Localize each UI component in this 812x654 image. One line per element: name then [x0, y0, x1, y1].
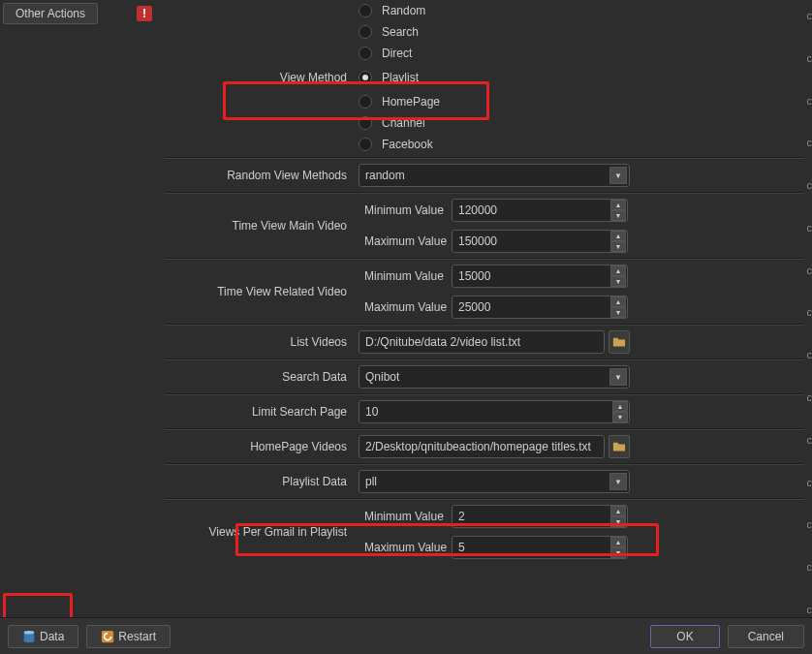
search-data-combo[interactable]: Qnibot ▼	[359, 365, 630, 389]
radio-search[interactable]: Search	[359, 21, 804, 43]
stepper-up-icon[interactable]: ▲	[610, 265, 626, 276]
svg-point-1	[24, 630, 35, 634]
min-label: Minimum Value	[359, 269, 452, 283]
radio-label: Random	[382, 4, 425, 17]
stepper-up-icon[interactable]: ▲	[610, 296, 626, 307]
view-method-label: View Method	[165, 71, 359, 84]
radio-facebook[interactable]: Facebook	[359, 134, 804, 155]
browse-button[interactable]	[609, 330, 630, 354]
stepper-up-icon[interactable]: ▲	[610, 231, 626, 241]
max-label: Maximum Value	[359, 234, 452, 248]
stepper-up-icon[interactable]: ▲	[610, 200, 626, 210]
views-gmail-max-input[interactable]: 5 ▲▼	[452, 536, 628, 559]
stepper-up-icon[interactable]: ▲	[610, 506, 626, 516]
stepper-down-icon[interactable]: ▼	[610, 547, 626, 558]
views-per-gmail-label: Views Per Gmail in Playlist	[165, 525, 359, 539]
time-related-max-input[interactable]: 25000 ▲▼	[452, 296, 628, 319]
stepper-up-icon[interactable]: ▲	[610, 537, 626, 547]
radio-label: Direct	[382, 47, 412, 60]
radio-label: Channel	[382, 116, 425, 130]
folder-icon	[612, 440, 626, 453]
browse-button[interactable]	[609, 435, 630, 458]
stepper-up-icon[interactable]: ▲	[612, 401, 628, 412]
right-edge-marks: ccc ccc ccc ccc ccc	[807, 10, 813, 615]
stepper-down-icon[interactable]: ▼	[612, 412, 628, 422]
notification-badge[interactable]: !	[137, 6, 152, 21]
combo-value: pll	[365, 475, 377, 488]
cancel-button[interactable]: Cancel	[728, 625, 804, 648]
max-label: Maximum Value	[359, 300, 452, 314]
random-view-methods-label: Random View Methods	[165, 169, 359, 182]
list-videos-label: List Videos	[165, 335, 359, 349]
chevron-down-icon: ▼	[609, 167, 627, 184]
combo-value: Qnibot	[365, 370, 399, 384]
ok-button[interactable]: OK	[650, 625, 719, 648]
radio-direct[interactable]: Direct	[359, 43, 804, 64]
radio-label: Search	[382, 25, 419, 39]
min-label: Minimum Value	[359, 510, 452, 523]
radio-channel[interactable]: Channel	[359, 112, 804, 134]
homepage-videos-label: HomePage Videos	[165, 440, 359, 453]
random-view-methods-combo[interactable]: random ▼	[359, 164, 630, 187]
radio-random[interactable]: Random	[359, 0, 804, 21]
stepper-down-icon[interactable]: ▼	[610, 210, 626, 221]
stepper-down-icon[interactable]: ▼	[610, 241, 626, 252]
database-icon	[22, 630, 36, 643]
time-main-max-input[interactable]: 150000 ▲▼	[452, 230, 628, 253]
radio-label: HomePage	[382, 95, 440, 109]
radio-label: Facebook	[382, 138, 433, 151]
list-videos-input[interactable]: D:/Qnitube/data 2/video list.txt	[359, 330, 605, 354]
combo-value: random	[365, 169, 405, 182]
views-gmail-min-input[interactable]: 2 ▲▼	[452, 505, 628, 528]
limit-search-input[interactable]: 10 ▲▼	[359, 400, 630, 423]
restart-icon	[101, 630, 114, 643]
chevron-down-icon: ▼	[609, 473, 627, 490]
stepper-down-icon[interactable]: ▼	[610, 276, 626, 287]
limit-search-label: Limit Search Page	[165, 405, 359, 419]
max-label: Maximum Value	[359, 541, 452, 554]
homepage-videos-input[interactable]: 2/Desktop/qnitubeaction/homepage titles.…	[359, 435, 605, 458]
data-button[interactable]: Data	[8, 625, 78, 648]
playlist-data-label: Playlist Data	[165, 475, 359, 488]
folder-icon	[612, 335, 626, 349]
radio-homepage[interactable]: HomePage	[359, 91, 804, 112]
search-data-label: Search Data	[165, 370, 359, 384]
other-actions-button[interactable]: Other Actions	[3, 3, 98, 24]
radio-label: Playlist	[382, 71, 419, 84]
min-label: Minimum Value	[359, 203, 452, 217]
time-main-min-input[interactable]: 120000 ▲▼	[452, 199, 628, 222]
time-main-label: Time View Main Video	[165, 219, 359, 233]
chevron-down-icon: ▼	[609, 368, 627, 386]
footer-bar: Data Restart OK Cancel	[0, 617, 812, 654]
playlist-data-combo[interactable]: pll ▼	[359, 470, 630, 493]
restart-button[interactable]: Restart	[86, 625, 171, 648]
radio-playlist[interactable]: Playlist	[359, 67, 419, 88]
time-related-label: Time View Related Video	[165, 285, 359, 298]
stepper-down-icon[interactable]: ▼	[610, 516, 626, 527]
time-related-min-input[interactable]: 15000 ▲▼	[452, 265, 628, 288]
stepper-down-icon[interactable]: ▼	[610, 307, 626, 318]
form-panel: Random Search Direct View Method Playlis…	[165, 0, 804, 615]
